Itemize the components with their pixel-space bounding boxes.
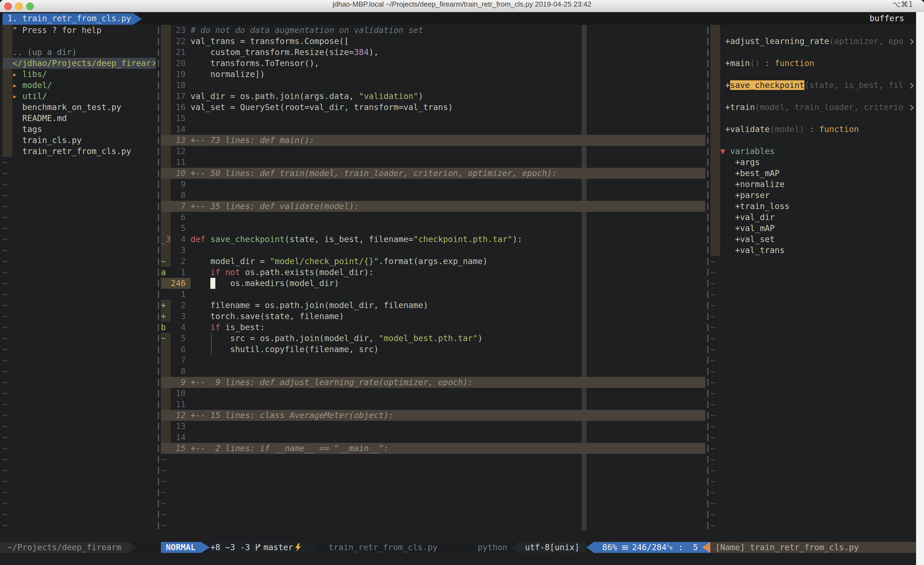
window-separator [707, 25, 708, 531]
sign-column-cell [161, 36, 171, 47]
line-number: 17 [171, 91, 186, 102]
sign-column-cell [161, 179, 171, 190]
code-token: (state, is_best, filename= [285, 234, 413, 244]
tagbar-line[interactable]: +val_mAP [720, 223, 775, 234]
tilde-marker: ~ [3, 443, 8, 454]
tagbar-line[interactable]: +normalize [720, 179, 784, 190]
nerdtree-item-benchmark_on_testpy[interactable]: benchmark_on_test.py [22, 102, 121, 113]
tilde-marker: ~ [710, 399, 715, 410]
terminal-scrollbar[interactable] [916, 12, 924, 565]
tagbar-line[interactable]: +val_dir [720, 212, 775, 223]
line-number: 15 [171, 113, 186, 124]
code-line: normalize]) [190, 69, 265, 80]
nerdtree-item-tags[interactable]: tags [22, 124, 42, 135]
line-number: 9 [171, 179, 186, 190]
sign-column-cell [161, 80, 171, 91]
tilde-marker: ~ [3, 344, 8, 355]
tilde-marker: ~ [710, 333, 715, 344]
powerline-arrow-left-icon [512, 542, 519, 553]
tagbar-token: +val_dir [720, 212, 775, 222]
buffer-tab-label[interactable]: 1. train_retr_from_cls.py [8, 13, 131, 24]
tilde-marker: ~ [3, 245, 8, 256]
tagbar-line[interactable]: +validate(model) : function [720, 124, 859, 135]
folder-arrow-icon[interactable]: ▸ [12, 69, 17, 80]
sign-column-cell [161, 421, 171, 432]
tagbar-line[interactable]: +best_mAP [720, 168, 780, 179]
code-token: val_dir = os.path.join(args.data, [190, 91, 359, 101]
tagbar-token: function [819, 124, 859, 134]
tagbar-line[interactable]: +train(model, train_loader, criterio [720, 102, 903, 113]
tagbar-token: : [760, 58, 775, 68]
tagbar-line[interactable]: +val_trans [720, 245, 784, 256]
line-number: 5 [171, 223, 186, 234]
sign-column-cell [161, 146, 171, 157]
tilde-marker: ~ [710, 509, 715, 520]
code-token: .format(args.exp_name) [379, 256, 488, 266]
tilde-marker: ~ [3, 410, 8, 421]
nerdtree-item-train_retr_from_clspy[interactable]: train_retr_from_cls.py [22, 146, 131, 157]
code-token: # do not do data augmentation on validat… [190, 25, 423, 35]
tilde-marker: ~ [161, 476, 166, 487]
line-number: 14 [171, 124, 186, 135]
nerdtree-item-READMEmd[interactable]: README.md [22, 113, 67, 124]
tagbar-token: +validate [720, 124, 770, 134]
sign-column-cell [161, 366, 171, 377]
statusline-tagbar-name: [Name] train_retr_from_cls.py [715, 542, 859, 553]
tilde-marker: ~ [710, 366, 715, 377]
sign-column-cell [161, 399, 171, 410]
powerline-arrow-icon [201, 542, 210, 553]
folder-arrow-icon[interactable]: ▸ [12, 80, 17, 91]
line-number: 5 [171, 333, 186, 344]
tilde-marker: ~ [710, 377, 715, 388]
gutter-sign: a [161, 267, 166, 278]
tagbar-line[interactable]: +val_set [720, 234, 775, 245]
tagbar-truncate-icon [908, 83, 914, 89]
line-number: 16 [171, 102, 186, 113]
tagbar-line[interactable]: +save_checkpoint(state, is_best, fil [720, 80, 903, 91]
tagbar-token: +parser [720, 190, 770, 200]
code-line: src = os.path.join(model_dir, "model_bes… [190, 333, 483, 344]
sign-column-cell [161, 124, 171, 135]
tilde-marker: ~ [710, 476, 715, 487]
tagbar-line[interactable]: +parser [720, 190, 770, 201]
tilde-marker: ~ [710, 487, 715, 498]
line-number: 10 [171, 168, 186, 179]
code-token: model_dir = [190, 256, 270, 266]
tilde-marker: ~ [710, 344, 715, 355]
nerdtree-item-libs[interactable]: libs/ [22, 69, 47, 80]
tagbar-truncate-icon [908, 105, 914, 111]
nerdtree-root-path[interactable]: </jdhao/Projects/deep_firear [12, 58, 151, 69]
tagbar-token: +val_trans [720, 245, 784, 255]
nerdtree-up-dir[interactable]: .. (up a dir) [12, 47, 77, 58]
nerdtree-item-model[interactable]: model/ [22, 80, 52, 91]
buffers-label: buffers [870, 13, 904, 24]
tagbar-line[interactable]: +adjust_learning_rate(optimizer, epo [720, 36, 903, 47]
tilde-marker: ~ [710, 520, 715, 531]
code-token: if [210, 322, 220, 332]
tilde-marker: ~ [710, 443, 715, 454]
powerline-arrow-left-icon [586, 542, 594, 553]
code-line: def save_checkpoint(state, is_best, file… [190, 234, 522, 245]
folder-arrow-icon[interactable]: ▸ [12, 91, 17, 102]
buffer-tab-arrow-icon [133, 13, 142, 25]
tagbar-line[interactable]: +main() : function [720, 58, 814, 69]
tilde-marker: ~ [3, 476, 8, 487]
gutter-sign: + [161, 311, 166, 322]
tagbar-line[interactable]: +train_loss [720, 201, 789, 212]
tagbar-collapse-icon[interactable]: ▼ [720, 146, 725, 157]
tilde-marker: ~ [161, 520, 166, 531]
dirty-flag-bolt-icon [294, 543, 303, 552]
code-token: save_checkpoint [210, 234, 285, 244]
tilde-marker: ~ [710, 300, 715, 311]
tagbar-line[interactable]: +args [720, 157, 760, 168]
nerdtree-item-train_clspy[interactable]: train_cls.py [22, 135, 82, 146]
nerdtree-item-util[interactable]: util/ [22, 91, 47, 102]
sign-column-cell [161, 388, 171, 399]
tagbar-section-variables[interactable]: variables [730, 146, 775, 157]
code-token: custom_transform.Resize(size= [190, 47, 354, 57]
line-number: 2 [171, 256, 186, 267]
sign-column-cell [161, 113, 171, 124]
fold-text: +-- 35 lines: def validate(model): [190, 201, 359, 212]
ln-symbol-N: N [670, 546, 672, 551]
line-number: 4 [171, 322, 186, 333]
